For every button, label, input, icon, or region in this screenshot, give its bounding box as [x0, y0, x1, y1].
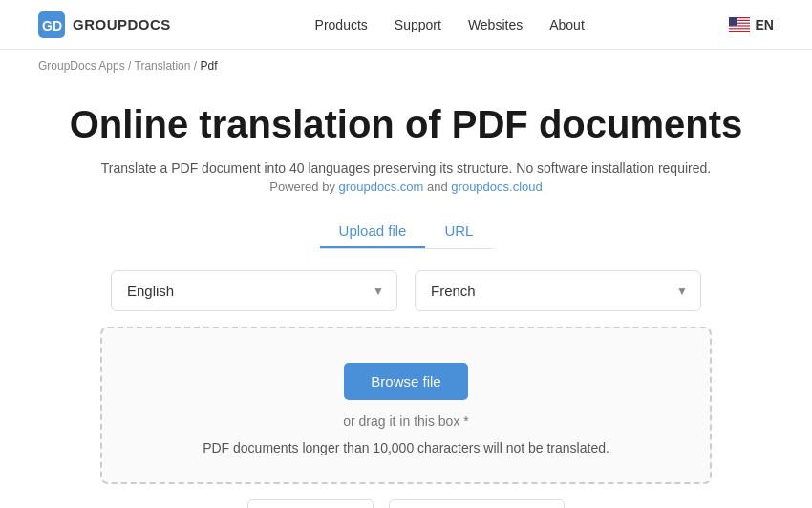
breadcrumb-current: Pdf — [200, 59, 217, 73]
nav-about[interactable]: About — [549, 17, 585, 32]
cloud-buttons: Google Drive Choose from Dropbox — [19, 499, 793, 508]
drop-zone[interactable]: Browse file or drag it in this box * PDF… — [100, 327, 712, 484]
logo-text: GROUPDOCS — [73, 16, 171, 32]
main-nav: Products Support Websites About — [315, 17, 585, 32]
svg-text:GD: GD — [42, 18, 62, 33]
target-language-select[interactable]: French English German Spanish Italian Ru… — [415, 270, 701, 311]
svg-rect-6 — [729, 26, 750, 28]
nav-support[interactable]: Support — [395, 17, 441, 32]
target-language-wrapper: French English German Spanish Italian Ru… — [415, 270, 701, 311]
lang-code: EN — [756, 17, 774, 32]
page-title: Online translation of PDF documents — [19, 101, 793, 147]
upload-tabs: Upload file URL — [320, 215, 493, 249]
nav-products[interactable]: Products — [315, 17, 368, 32]
breadcrumb-translation[interactable]: Translation — [135, 59, 191, 73]
groupdocs-cloud-link[interactable]: groupdocs.cloud — [451, 180, 542, 194]
logo-icon: GD — [38, 11, 65, 38]
google-drive-button[interactable]: Google Drive — [247, 499, 374, 508]
logo[interactable]: GD GROUPDOCS — [38, 11, 171, 38]
breadcrumb-apps[interactable]: GroupDocs Apps — [38, 59, 125, 73]
svg-rect-8 — [729, 17, 737, 26]
dropbox-button[interactable]: Choose from Dropbox — [389, 499, 564, 508]
tab-upload-file[interactable]: Upload file — [320, 215, 426, 248]
language-selectors: English French German Spanish Italian Ru… — [19, 270, 793, 311]
drag-text: or drag it in this box * — [121, 413, 691, 429]
tab-url[interactable]: URL — [425, 215, 492, 248]
nav-websites[interactable]: Websites — [468, 17, 523, 32]
source-language-select[interactable]: English French German Spanish Italian Ru… — [111, 270, 397, 311]
breadcrumb: GroupDocs Apps / Translation / Pdf — [0, 50, 812, 82]
source-language-wrapper: English French German Spanish Italian Ru… — [111, 270, 397, 311]
powered-by: Powered by groupdocs.com and groupdocs.c… — [19, 180, 793, 194]
main-content: Online translation of PDF documents Tran… — [0, 82, 812, 508]
svg-rect-7 — [729, 29, 750, 31]
groupdocs-com-link[interactable]: groupdocs.com — [339, 180, 424, 194]
browse-file-button[interactable]: Browse file — [344, 363, 467, 400]
flag-icon — [729, 17, 750, 32]
subtitle: Translate a PDF document into 40 languag… — [19, 160, 793, 176]
language-switcher[interactable]: EN — [729, 17, 774, 32]
limit-text: PDF documents longer than 10,000 charact… — [121, 440, 691, 455]
header: GD GROUPDOCS Products Support Websites A… — [0, 0, 812, 50]
